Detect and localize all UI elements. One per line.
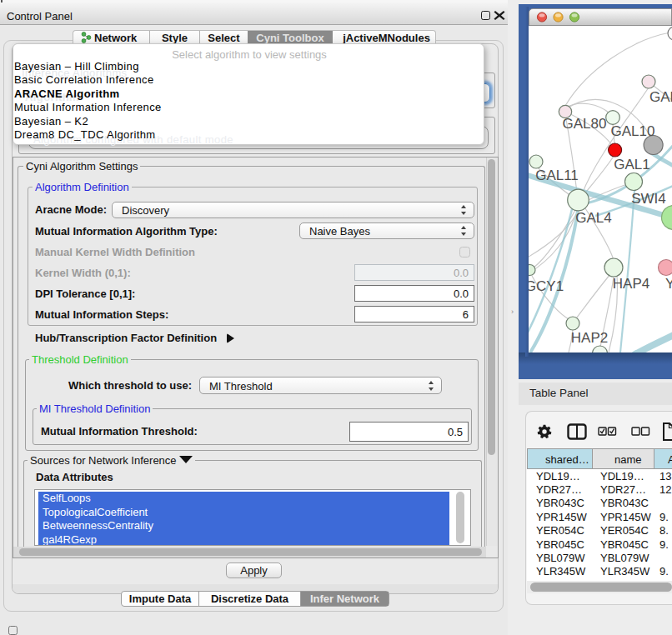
svg-text:SWI4: SWI4 bbox=[631, 191, 666, 207]
svg-text:HAP4: HAP4 bbox=[613, 276, 649, 292]
svg-text:YJ: YJ bbox=[665, 276, 672, 292]
svg-text:GAL10: GAL10 bbox=[611, 123, 655, 139]
svg-text:GAL80: GAL80 bbox=[563, 116, 607, 132]
svg-text:GCY1: GCY1 bbox=[529, 278, 564, 294]
svg-text:GAL4: GAL4 bbox=[575, 210, 611, 226]
svg-text:GAL11: GAL11 bbox=[535, 168, 579, 183]
svg-text:GAL: GAL bbox=[649, 89, 672, 105]
svg-text:GAL1: GAL1 bbox=[614, 157, 649, 172]
svg-text:HAP2: HAP2 bbox=[571, 330, 608, 346]
